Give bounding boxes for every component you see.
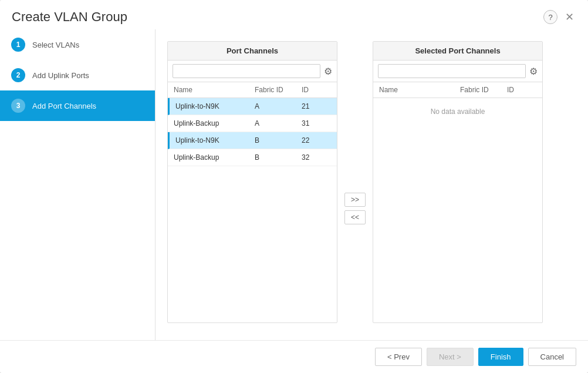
port-channels-search-row: ⚙ — [168, 61, 337, 82]
sidebar-step-3[interactable]: 3 Add Port Channels — [0, 90, 155, 121]
col-fabric-1: Fabric ID — [255, 86, 302, 94]
port-channels-title: Port Channels — [175, 46, 330, 55]
sidebar-step-1[interactable]: 1 Select VLANs — [0, 29, 155, 60]
col-name-1: Name — [174, 86, 255, 94]
dialog-footer: < Prev Next > Finish Cancel — [0, 340, 588, 373]
row-id: 21 — [302, 102, 331, 110]
dialog-title: Create VLAN Group — [12, 9, 127, 25]
row-fabric: B — [255, 136, 302, 145]
selected-gear-icon[interactable]: ⚙ — [529, 66, 538, 77]
sidebar-step-2[interactable]: 2 Add Uplink Ports — [0, 60, 155, 90]
dialog-body: 1 Select VLANs 2 Add Uplink Ports 3 Add … — [0, 29, 588, 340]
port-channels-table-body: Uplink-to-N9K A 21 Uplink-Backup A 31 Up… — [168, 98, 337, 322]
selected-search-row: ⚙ — [373, 61, 542, 82]
step-1-number: 1 — [11, 38, 25, 52]
prev-button[interactable]: < Prev — [375, 348, 422, 366]
port-channels-panel: Port Channels ⚙ Name Fabric ID ID Uplink… — [167, 41, 337, 323]
table-row[interactable]: Uplink-to-N9K A 21 — [168, 98, 337, 115]
finish-button[interactable]: Finish — [478, 348, 523, 366]
selected-table-body: No data available — [373, 98, 542, 322]
transfer-buttons: >> << — [337, 193, 373, 224]
help-button[interactable]: ? — [543, 10, 557, 24]
table-row[interactable]: Uplink-to-N9K B 22 — [168, 132, 337, 149]
create-vlan-group-dialog: Create VLAN Group ? ✕ 1 Select VLANs 2 A… — [0, 0, 588, 373]
selected-panel: Selected Port Channels ⚙ Name Fabric ID … — [373, 41, 543, 323]
selected-table-header: Name Fabric ID ID — [373, 82, 542, 98]
row-name: Uplink-Backup — [174, 119, 255, 127]
step-2-label: Add Uplink Ports — [32, 71, 89, 80]
header-icons: ? ✕ — [543, 10, 576, 24]
row-fabric: B — [255, 153, 302, 162]
step-3-label: Add Port Channels — [32, 102, 96, 110]
step-1-label: Select VLANs — [32, 41, 79, 49]
remove-button[interactable]: << — [344, 210, 366, 224]
main-content: Port Channels ⚙ Name Fabric ID ID Uplink… — [156, 29, 588, 340]
row-id: 31 — [302, 119, 331, 127]
dialog-header: Create VLAN Group ? ✕ — [0, 0, 588, 29]
col-fabric-2: Fabric ID — [460, 86, 507, 94]
row-fabric: A — [255, 102, 302, 110]
row-name: Uplink-to-N9K — [175, 102, 255, 110]
row-fabric: A — [255, 119, 302, 127]
port-channels-gear-icon[interactable]: ⚙ — [324, 66, 332, 77]
selected-panel-header: Selected Port Channels — [373, 42, 542, 61]
table-row[interactable]: Uplink-Backup B 32 — [168, 149, 337, 166]
row-id: 32 — [302, 153, 331, 162]
no-data-message: No data available — [373, 98, 542, 125]
port-channels-search-input[interactable] — [173, 64, 320, 78]
next-button: Next > — [427, 348, 474, 366]
row-name: Uplink-to-N9K — [175, 136, 255, 145]
col-name-2: Name — [379, 86, 460, 94]
step-3-number: 3 — [11, 99, 25, 113]
row-id: 22 — [302, 136, 331, 145]
col-id-2: ID — [507, 86, 536, 94]
close-button[interactable]: ✕ — [562, 10, 576, 24]
table-row[interactable]: Uplink-Backup A 31 — [168, 115, 337, 132]
row-name: Uplink-Backup — [174, 153, 255, 162]
selected-panel-title: Selected Port Channels — [380, 46, 535, 55]
port-channels-table-header: Name Fabric ID ID — [168, 82, 337, 98]
col-id-1: ID — [302, 86, 331, 94]
step-2-number: 2 — [11, 68, 25, 82]
cancel-button[interactable]: Cancel — [528, 348, 576, 366]
selected-search-input[interactable] — [378, 64, 526, 78]
transfer-area: Port Channels ⚙ Name Fabric ID ID Uplink… — [167, 41, 576, 328]
sidebar: 1 Select VLANs 2 Add Uplink Ports 3 Add … — [0, 29, 156, 340]
add-button[interactable]: >> — [344, 193, 366, 207]
port-channels-header: Port Channels — [168, 42, 337, 61]
